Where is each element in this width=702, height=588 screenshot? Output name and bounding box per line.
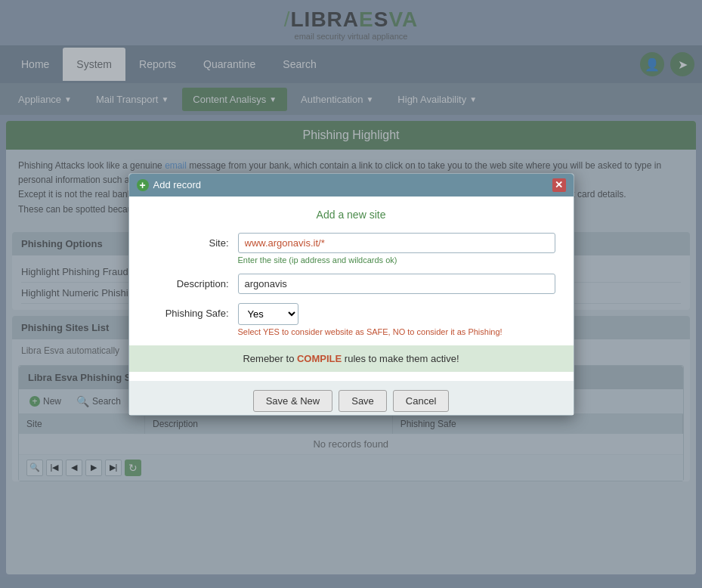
modal-phishing-safe-hint: Select YES to consider website as SAFE, … — [238, 327, 555, 336]
modal-description-row: Description: — [147, 274, 555, 294]
modal-compile-notice: Remeber to COMPILE rules to make them ac… — [129, 345, 574, 372]
modal-description-wrap — [238, 274, 555, 294]
modal-title: Add record — [153, 179, 202, 190]
modal-phishing-safe-wrap: Yes No Select YES to consider website as… — [238, 303, 555, 336]
cancel-button[interactable]: Cancel — [393, 390, 449, 412]
add-record-modal: + Add record ✕ Add a new site Site: Ente… — [128, 173, 574, 416]
modal-site-input[interactable] — [238, 233, 555, 253]
modal-actions: Save & New Save Cancel — [129, 381, 574, 415]
modal-close-button[interactable]: ✕ — [552, 178, 566, 192]
modal-phishing-safe-row: Phishing Safe: Yes No Select YES to cons… — [147, 303, 555, 336]
modal-subtitle: Add a new site — [147, 209, 555, 221]
modal-site-label: Site: — [147, 233, 238, 249]
modal-titlebar: + Add record ✕ — [129, 174, 574, 197]
modal-title-left: + Add record — [137, 179, 202, 191]
save-button[interactable]: Save — [339, 390, 387, 412]
modal-site-wrap: Enter the site (ip address and wildcards… — [238, 233, 555, 265]
modal-description-input[interactable] — [238, 274, 555, 294]
save-new-button[interactable]: Save & New — [253, 390, 333, 412]
modal-phishing-safe-select[interactable]: Yes No — [238, 303, 298, 325]
modal-add-icon: + — [137, 179, 149, 191]
modal-select-wrap: Yes No — [238, 303, 555, 325]
modal-site-row: Site: Enter the site (ip address and wil… — [147, 233, 555, 265]
modal-body: Add a new site Site: Enter the site (ip … — [129, 197, 574, 381]
modal-site-hint: Enter the site (ip address and wildcards… — [238, 255, 555, 265]
modal-overlay: + Add record ✕ Add a new site Site: Ente… — [0, 0, 702, 588]
modal-description-label: Description: — [147, 274, 238, 289]
modal-phishing-safe-label: Phishing Safe: — [147, 303, 238, 319]
compile-keyword: COMPILE — [297, 353, 342, 364]
compile-notice-pre: Remeber to — [243, 353, 297, 364]
compile-notice-post: rules to make them active! — [342, 353, 459, 364]
